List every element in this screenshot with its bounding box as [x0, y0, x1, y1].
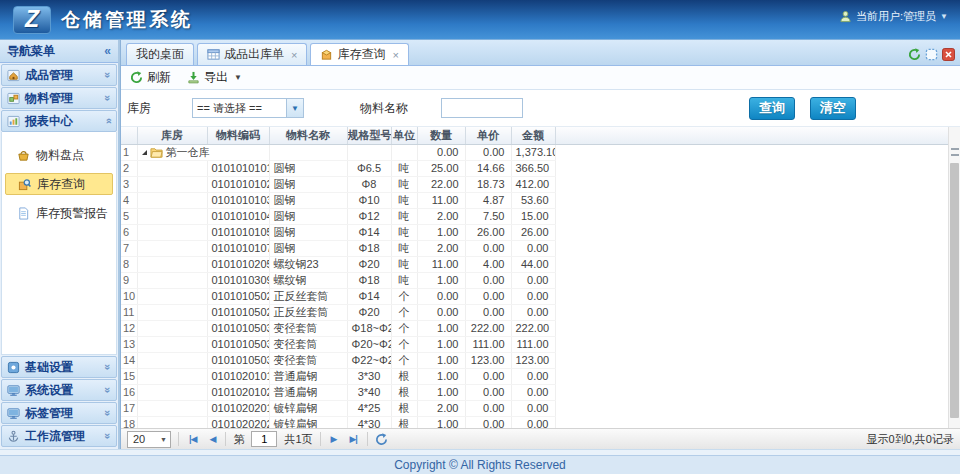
export-button[interactable]: 导出 ▼ [187, 69, 242, 86]
sidebar-section-label: 报表中心 [25, 113, 73, 130]
prev-page-button[interactable]: ◀ [206, 434, 218, 444]
column-header[interactable]: 规格型号 [347, 127, 391, 144]
sidebar-item[interactable]: 库存预警报告 [5, 202, 113, 224]
table-row[interactable]: 70101010107圆钢Φ18吨2.000.000.00 [121, 240, 555, 256]
unit-price-cell: 0.00 [465, 416, 511, 428]
next-page-button[interactable]: ▶ [328, 434, 340, 444]
quantity-cell: 1.00 [417, 320, 465, 336]
tab-close-icon[interactable]: × [392, 49, 398, 61]
amount-cell: 111.00 [511, 336, 555, 352]
column-header[interactable]: 物料编码 [207, 127, 269, 144]
row-number: 11 [121, 304, 137, 320]
table-row[interactable]: 90101010309螺纹钢Φ18吨1.000.000.00 [121, 272, 555, 288]
unit-cell: 吨 [391, 272, 417, 288]
tab-2[interactable]: 成品出库单× [197, 43, 307, 65]
column-header[interactable]: 数量 [417, 127, 465, 144]
unit-price-cell: 26.00 [465, 224, 511, 240]
column-header[interactable]: 金额 [511, 127, 555, 144]
column-header[interactable]: 物料名称 [269, 127, 347, 144]
tab-1[interactable]: 我的桌面 [126, 43, 194, 65]
quantity-cell: 1.00 [417, 368, 465, 384]
unit-price-cell: 14.66 [465, 160, 511, 176]
table-row[interactable]: 11010101050204正反丝套筒Φ20个0.000.000.00 [121, 304, 555, 320]
page-size-select[interactable]: 20 ▼ [127, 431, 171, 448]
inventory-grid: 库房物料编码物料名称规格型号单位数量单价金额 1第一仓库0.000.001,37… [121, 126, 960, 428]
table-row[interactable]: 60101010105圆钢Φ14吨1.0026.0026.00 [121, 224, 555, 240]
column-header[interactable]: 库房 [137, 127, 207, 144]
material-code-cell: 0101010103 [207, 192, 269, 208]
sidebar-section[interactable]: 物料管理» [1, 87, 117, 109]
sidebar-section-label: 物料管理 [25, 90, 73, 107]
reload-icon[interactable] [375, 433, 388, 446]
sidebar-section[interactable]: 系统设置» [1, 379, 117, 401]
material-name-input[interactable] [441, 98, 523, 118]
first-page-button[interactable]: |◀ [186, 434, 199, 444]
amount-cell: 366.50 [511, 160, 555, 176]
refresh-button[interactable]: 刷新 [130, 69, 171, 86]
table-row[interactable]: 40101010103圆钢Φ10吨11.004.8753.60 [121, 192, 555, 208]
row-number: 6 [121, 224, 137, 240]
unit-cell: 吨 [391, 240, 417, 256]
table-row[interactable]: 160101020102普通扁钢3*40根1.000.000.00 [121, 384, 555, 400]
sidebar-section[interactable]: 工作流管理» [1, 425, 117, 447]
expand-icon[interactable] [142, 150, 147, 155]
column-menu-icon[interactable] [951, 148, 959, 156]
sidebar-collapse-icon[interactable]: « [104, 44, 111, 58]
table-row[interactable]: 14010101050303变径套筒Φ22~Φ25个1.00123.00123.… [121, 352, 555, 368]
table-row[interactable]: 13010101050302变径套筒Φ20~Φ22个1.00111.00111.… [121, 336, 555, 352]
warehouse-cell [137, 192, 207, 208]
table-row[interactable]: 150101020101普通扁钢3*30根1.000.000.00 [121, 368, 555, 384]
unit-cell: 吨 [391, 160, 417, 176]
chevron-down-icon: » [102, 95, 114, 101]
sidebar-item-label: 物料盘点 [36, 147, 84, 164]
clear-button[interactable]: 清空 [810, 97, 856, 120]
sidebar-item-label: 库存预警报告 [36, 205, 108, 222]
refresh-tabs-icon[interactable] [908, 48, 921, 61]
last-page-button[interactable]: ▶| [346, 434, 359, 444]
maximize-tab-icon[interactable] [925, 48, 938, 61]
amount-cell: 0.00 [511, 304, 555, 320]
table-row[interactable]: 20101010101圆钢Φ6.5吨25.0014.66366.50 [121, 160, 555, 176]
vertical-scrollbar[interactable] [948, 127, 960, 428]
sidebar-section-label: 标签管理 [25, 405, 73, 422]
table-row[interactable]: 10010101050201正反丝套筒Φ14个0.000.000.00 [121, 288, 555, 304]
scrollbar-thumb[interactable] [950, 163, 959, 418]
table-row[interactable]: 30101010102圆钢Φ8吨22.0018.73412.00 [121, 176, 555, 192]
current-user-menu[interactable]: 当前用户:管理员 ▼ [839, 9, 948, 24]
table-row[interactable]: 180101020202镀锌扁钢4*30根1.000.000.00 [121, 416, 555, 428]
table-row[interactable]: 12010101050301变径套筒Φ18~Φ20个1.00222.00222.… [121, 320, 555, 336]
table-row[interactable]: 170101020201镀锌扁钢4*25根2.000.000.00 [121, 400, 555, 416]
sidebar-section[interactable]: 成品管理» [1, 64, 117, 86]
close-tab-icon[interactable] [942, 48, 955, 61]
query-button[interactable]: 查询 [749, 97, 795, 120]
amount-cell: 1,373.10 [511, 144, 555, 160]
amount-cell: 0.00 [511, 272, 555, 288]
row-number: 14 [121, 352, 137, 368]
unit-price-cell: 4.00 [465, 256, 511, 272]
tab-3[interactable]: 库存查询× [310, 43, 408, 65]
inventory-icon [17, 149, 30, 162]
sidebar-section[interactable]: 基础设置» [1, 356, 117, 378]
page-prefix-label: 第 [233, 432, 244, 447]
sidebar-section[interactable]: 报表中心» [1, 110, 117, 132]
warehouse-select[interactable]: == 请选择 == ▼ [192, 98, 304, 118]
amount-cell: 0.00 [511, 368, 555, 384]
material-name-cell: 螺纹钢23 [269, 256, 347, 272]
sidebar-section[interactable]: 标签管理» [1, 402, 117, 424]
materials-icon [7, 92, 20, 105]
page-number-input[interactable] [251, 431, 277, 447]
sidebar-item[interactable]: 库存查询 [5, 173, 113, 195]
column-header[interactable]: 单位 [391, 127, 417, 144]
unit-price-cell: 7.50 [465, 208, 511, 224]
material-name-label: 物料名称 [360, 100, 408, 117]
divider [178, 432, 179, 446]
table-row[interactable]: 50101010104圆钢Φ12吨2.007.5015.00 [121, 208, 555, 224]
table-group-row[interactable]: 1第一仓库0.000.001,373.10 [121, 144, 555, 160]
column-header[interactable]: 单价 [465, 127, 511, 144]
sidebar-item[interactable]: 物料盘点 [5, 144, 113, 166]
current-user-label: 当前用户:管理员 [856, 9, 936, 24]
warehouse-cell [137, 400, 207, 416]
table-row[interactable]: 80101010205螺纹钢23Φ20吨11.004.0044.00 [121, 256, 555, 272]
spec-cell: Φ10 [347, 192, 391, 208]
tab-close-icon[interactable]: × [291, 49, 297, 61]
